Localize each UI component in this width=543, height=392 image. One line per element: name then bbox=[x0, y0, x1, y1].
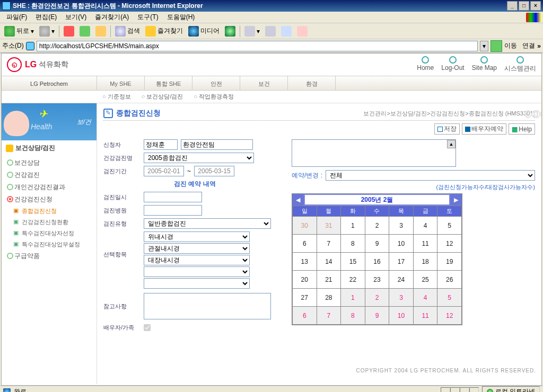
menu-help[interactable]: 도움말(H) bbox=[163, 12, 199, 23]
cal-prev-button[interactable]: ◀ bbox=[292, 194, 304, 206]
cal-day[interactable]: 20 bbox=[293, 271, 317, 289]
menu-view[interactable]: 보기(V) bbox=[61, 12, 91, 23]
tab-safety[interactable]: 안전 bbox=[192, 76, 240, 90]
cal-day[interactable]: 10 bbox=[389, 307, 414, 325]
hospital-input[interactable] bbox=[144, 205, 202, 216]
tab-env[interactable]: 환경 bbox=[288, 76, 336, 90]
side-sub-special[interactable]: 특수검진대상자선정 bbox=[2, 228, 97, 239]
tab-sheall[interactable]: 통합 SHE bbox=[145, 76, 192, 90]
menu-tools[interactable]: 도구(T) bbox=[133, 12, 162, 23]
sysmgr-link[interactable]: 시스템관리 bbox=[504, 56, 536, 73]
cal-day[interactable]: 11 bbox=[413, 235, 437, 253]
cal-day[interactable]: 6 bbox=[293, 235, 317, 253]
logout-link[interactable]: Log-Out bbox=[441, 56, 464, 73]
refresh-button[interactable] bbox=[77, 25, 92, 38]
save-button[interactable]: 저장 bbox=[434, 123, 460, 135]
cal-day[interactable]: 4 bbox=[413, 289, 437, 307]
forward-button[interactable]: ▾ bbox=[37, 25, 57, 38]
stop-button[interactable] bbox=[62, 25, 76, 38]
cal-day[interactable]: 22 bbox=[341, 271, 365, 289]
cal-day[interactable]: 14 bbox=[317, 253, 341, 271]
cal-day[interactable]: 10 bbox=[389, 235, 414, 253]
go-button[interactable] bbox=[491, 40, 502, 52]
cal-day[interactable]: 1 bbox=[341, 289, 365, 307]
home-button[interactable] bbox=[93, 25, 108, 38]
spouse-reserve-button[interactable]: 배우자예약 bbox=[462, 123, 506, 135]
cal-day[interactable]: 17 bbox=[389, 253, 414, 271]
cal-day[interactable]: 19 bbox=[437, 253, 462, 271]
examname-select[interactable]: 2005종합검진 bbox=[144, 153, 254, 163]
cal-day[interactable]: 27 bbox=[293, 289, 317, 307]
menu-favorites[interactable]: 즐겨찾기(A) bbox=[91, 12, 133, 23]
subnav-consult[interactable]: 보건상담/검진 bbox=[142, 93, 183, 101]
side-medicine[interactable]: 구급약품 bbox=[2, 250, 97, 262]
cal-day[interactable]: 2 bbox=[365, 217, 389, 235]
tab-petrochem[interactable]: LG Petrochem bbox=[2, 76, 97, 90]
period-from-input[interactable] bbox=[144, 166, 184, 176]
help-button[interactable]: ▦Help bbox=[509, 123, 535, 135]
favorites-button[interactable]: 즐겨찾기 bbox=[143, 25, 185, 38]
applicant-dept-input[interactable] bbox=[181, 139, 253, 150]
tab-health[interactable]: 보건 bbox=[240, 76, 288, 90]
menu-edit[interactable]: 편집(E) bbox=[31, 12, 61, 23]
cal-day[interactable]: 30 bbox=[293, 217, 317, 235]
opt3-select[interactable]: 대장내시경 bbox=[144, 255, 250, 265]
cal-day[interactable]: 15 bbox=[341, 253, 365, 271]
cal-day[interactable]: 5 bbox=[437, 289, 462, 307]
cal-day[interactable]: 18 bbox=[413, 253, 437, 271]
back-button[interactable]: 뒤로 ▾ bbox=[2, 25, 36, 38]
period-to-input[interactable] bbox=[194, 166, 234, 176]
side-consult[interactable]: 보건상담 bbox=[2, 157, 97, 169]
side-apply[interactable]: 건강검진신청 bbox=[2, 193, 97, 206]
cal-day[interactable]: 21 bbox=[317, 271, 341, 289]
home-link[interactable]: Home bbox=[417, 56, 434, 73]
cal-day[interactable]: 2 bbox=[365, 289, 389, 307]
applicant-name-input[interactable] bbox=[144, 139, 178, 150]
discuss-button[interactable] bbox=[295, 25, 310, 38]
edit-button[interactable] bbox=[279, 25, 294, 38]
url-dropdown[interactable]: ▾ bbox=[480, 41, 488, 51]
menu-file[interactable]: 파일(F) bbox=[2, 12, 31, 23]
cal-day[interactable]: 5 bbox=[437, 217, 462, 235]
tab-myshe[interactable]: My SHE bbox=[97, 76, 145, 90]
opt4-select[interactable] bbox=[144, 266, 250, 277]
close-button[interactable]: × bbox=[530, 1, 541, 11]
media-button[interactable]: 미디어 bbox=[186, 25, 222, 38]
cal-day[interactable]: 9 bbox=[365, 235, 389, 253]
cal-day[interactable]: 1 bbox=[341, 217, 365, 235]
maximize-button[interactable]: □ bbox=[519, 1, 529, 11]
cal-day[interactable]: 26 bbox=[437, 271, 462, 289]
cal-day[interactable]: 28 bbox=[317, 289, 341, 307]
cal-day[interactable]: 11 bbox=[413, 307, 437, 325]
search-button[interactable]: 검색 bbox=[113, 25, 142, 38]
cal-day[interactable]: 8 bbox=[341, 235, 365, 253]
side-exam[interactable]: 건강검진 bbox=[2, 169, 97, 181]
sitemap-link[interactable]: Site Map bbox=[472, 56, 497, 73]
side-sub-apply[interactable]: 종합검진신청 bbox=[2, 206, 97, 217]
reserve-change-select[interactable]: 전체 bbox=[326, 170, 535, 181]
cal-day[interactable]: 16 bbox=[365, 253, 389, 271]
subnav-workenv[interactable]: 작업환경측정 bbox=[194, 93, 234, 101]
examtype-select[interactable]: 일반종합검진 bbox=[144, 218, 271, 229]
memo-area[interactable]: ▲ bbox=[292, 139, 456, 167]
cal-day[interactable]: 25 bbox=[413, 271, 437, 289]
opt1-select[interactable]: 위내시경 bbox=[144, 231, 250, 242]
subnav-base[interactable]: 기준정보 bbox=[102, 93, 131, 101]
cal-day[interactable]: 24 bbox=[389, 271, 414, 289]
cal-day[interactable]: 7 bbox=[317, 307, 341, 325]
opt5-select[interactable] bbox=[144, 278, 250, 289]
more-chevron[interactable]: » bbox=[537, 42, 541, 50]
links-label[interactable]: 연결 bbox=[522, 41, 535, 50]
cal-day[interactable]: 3 bbox=[389, 289, 414, 307]
cal-day[interactable]: 9 bbox=[365, 307, 389, 325]
cal-next-button[interactable]: ▶ bbox=[450, 194, 462, 206]
side-sub-status[interactable]: 건강검진신청현황 bbox=[2, 217, 97, 228]
cal-day[interactable]: 23 bbox=[365, 271, 389, 289]
cal-day[interactable]: 3 bbox=[389, 217, 414, 235]
cal-day[interactable]: 12 bbox=[437, 235, 462, 253]
opt2-select[interactable]: 관절내시경 bbox=[144, 243, 250, 254]
minimize-button[interactable]: _ bbox=[507, 1, 518, 11]
cal-day[interactable]: 4 bbox=[413, 217, 437, 235]
side-personal[interactable]: 개인건강검진결과 bbox=[2, 181, 97, 193]
cal-day[interactable]: 6 bbox=[293, 307, 317, 325]
